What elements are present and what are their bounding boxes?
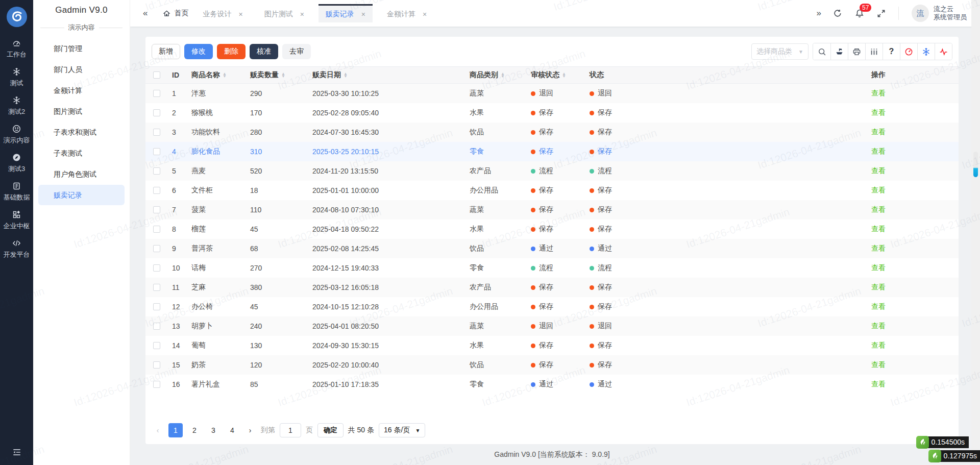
去审-button[interactable]: 去审 xyxy=(282,44,311,59)
rail-item-工作台[interactable]: 工作台 xyxy=(0,38,33,59)
table-row[interactable]: 16薯片礼盒852025-01-10 17:18:35零食通过通过查看 xyxy=(145,375,959,394)
rail-item-开发平台[interactable]: 开发平台 xyxy=(0,238,33,259)
refresh-icon[interactable] xyxy=(833,9,842,18)
view-link[interactable]: 查看 xyxy=(871,205,886,213)
sidebar-item-贩卖记录[interactable]: 贩卖记录 xyxy=(38,185,125,205)
view-link[interactable]: 查看 xyxy=(871,89,886,97)
view-link[interactable]: 查看 xyxy=(871,108,886,116)
page-scrollbar-thumb[interactable] xyxy=(973,152,978,177)
page-button-2[interactable]: 2 xyxy=(187,423,202,437)
goto-page-input[interactable] xyxy=(280,423,301,437)
view-link[interactable]: 查看 xyxy=(871,244,886,252)
row-checkbox[interactable] xyxy=(153,148,160,155)
sort-icon[interactable]: ▲▼ xyxy=(501,72,505,78)
view-link[interactable]: 查看 xyxy=(871,166,886,175)
rail-item-测试[interactable]: 测试 xyxy=(0,67,33,88)
rail-item-基础数据[interactable]: 基础数据 xyxy=(0,181,33,202)
sort-icon[interactable]: ▲▼ xyxy=(344,72,348,78)
核准-button[interactable]: 核准 xyxy=(250,44,278,59)
fullscreen-icon[interactable] xyxy=(877,9,886,18)
row-checkbox[interactable] xyxy=(153,284,160,291)
view-link[interactable]: 查看 xyxy=(871,322,886,330)
view-link[interactable]: 查看 xyxy=(871,128,886,136)
sidebar-item-子表求和测试[interactable]: 子表求和测试 xyxy=(38,122,125,142)
row-checkbox[interactable] xyxy=(153,303,160,310)
table-row[interactable]: 1洋葱2902025-03-30 10:10:25蔬菜退回退回查看 xyxy=(145,84,959,103)
row-checkbox[interactable] xyxy=(153,167,160,175)
rail-item-测试3[interactable]: 测试3 xyxy=(0,153,33,174)
tab-close-icon[interactable]: × xyxy=(423,10,427,18)
rail-item-企业中枢[interactable]: 企业中枢 xyxy=(0,210,33,231)
table-row[interactable]: 12办公椅452024-10-15 12:10:28办公用品保存保存查看 xyxy=(145,297,959,316)
tab-金额计算[interactable]: 金额计算× xyxy=(380,4,434,22)
gauge-icon[interactable] xyxy=(900,43,917,60)
rail-item-演示内容[interactable]: 演示内容 xyxy=(0,124,33,145)
sidebar-item-图片测试[interactable]: 图片测试 xyxy=(38,101,125,121)
user-menu[interactable]: 流 流之云 系统管理员 xyxy=(912,5,967,22)
pulse-icon[interactable] xyxy=(935,43,952,60)
tab-home[interactable]: 首页 xyxy=(163,9,188,18)
export-icon[interactable] xyxy=(830,43,848,60)
page-size-select[interactable]: 16 条/页 ▼ xyxy=(379,423,425,437)
tab-close-icon[interactable]: × xyxy=(238,10,242,18)
rail-item-测试2[interactable]: 测试2 xyxy=(0,95,33,116)
help-icon[interactable]: ? xyxy=(883,43,900,60)
sidebar-item-部门人员[interactable]: 部门人员 xyxy=(38,59,125,80)
row-checkbox[interactable] xyxy=(153,264,160,272)
table-row[interactable]: 6文件柜182025-01-01 10:00:00办公用品保存保存查看 xyxy=(145,181,959,200)
view-link[interactable]: 查看 xyxy=(871,186,886,194)
table-row[interactable]: 11芝麻3802025-03-12 16:05:18农产品保存保存查看 xyxy=(145,278,959,297)
snowflake-icon[interactable] xyxy=(917,43,935,60)
row-checkbox[interactable] xyxy=(153,109,160,116)
table-row[interactable]: 15奶茶1202025-02-20 10:00:40饮品保存保存查看 xyxy=(145,355,959,375)
sort-icon[interactable]: ▲▼ xyxy=(562,72,566,78)
sidebar-collapse-icon[interactable]: « xyxy=(143,8,146,18)
search-icon[interactable] xyxy=(813,43,830,60)
row-checkbox[interactable] xyxy=(153,90,160,97)
row-checkbox[interactable] xyxy=(153,342,160,349)
table-row[interactable]: 9普洱茶682025-02-08 14:25:45饮品通过通过查看 xyxy=(145,239,959,258)
删除-button[interactable]: 删除 xyxy=(217,44,246,59)
page-button-3[interactable]: 3 xyxy=(206,423,220,437)
row-checkbox[interactable] xyxy=(153,361,160,369)
columns-icon[interactable] xyxy=(865,43,883,60)
notifications-bell-icon[interactable]: 57 xyxy=(855,9,864,18)
page-button-1[interactable]: 1 xyxy=(168,423,183,437)
sidebar-expand-icon[interactable]: » xyxy=(817,8,820,18)
row-checkbox[interactable] xyxy=(153,245,160,252)
table-row[interactable]: 13胡萝卜2402025-04-01 08:20:50蔬菜退回退回查看 xyxy=(145,316,959,336)
tab-图片测试[interactable]: 图片测试× xyxy=(257,4,311,22)
sidebar-item-用户角色测试[interactable]: 用户角色测试 xyxy=(38,164,125,184)
sidebar-item-部门管理[interactable]: 部门管理 xyxy=(38,38,125,59)
table-row[interactable]: 3功能饮料2802024-07-30 16:45:30饮品保存保存查看 xyxy=(145,123,959,142)
修改-button[interactable]: 修改 xyxy=(184,44,213,59)
row-checkbox[interactable] xyxy=(153,323,160,330)
table-row[interactable]: 14葡萄1302024-09-30 15:30:15水果保存保存查看 xyxy=(145,336,959,355)
print-icon[interactable] xyxy=(848,43,865,60)
view-link[interactable]: 查看 xyxy=(871,147,886,155)
view-link[interactable]: 查看 xyxy=(871,283,886,291)
table-row[interactable]: 10话梅2702024-12-15 19:40:33零食流程流程查看 xyxy=(145,258,959,278)
row-checkbox[interactable] xyxy=(153,226,160,233)
table-row[interactable]: 7菠菜1102024-08-10 07:30:10蔬菜保存保存查看 xyxy=(145,200,959,219)
tab-业务设计[interactable]: 业务设计× xyxy=(195,4,250,22)
table-row[interactable]: 4膨化食品3102025-03-25 20:10:15零食保存保存查看 xyxy=(145,142,959,161)
select-all-checkbox[interactable] xyxy=(153,71,160,79)
tab-close-icon[interactable]: × xyxy=(300,10,304,18)
app-logo[interactable] xyxy=(7,7,27,27)
table-row[interactable]: 5燕麦5202024-11-20 13:15:50农产品流程流程查看 xyxy=(145,161,959,181)
row-checkbox[interactable] xyxy=(153,206,160,213)
sort-icon[interactable]: ▲▼ xyxy=(223,72,227,78)
row-checkbox[interactable] xyxy=(153,129,160,136)
page-scrollbar-track[interactable] xyxy=(971,0,980,465)
prev-page-button[interactable]: ‹ xyxy=(152,426,164,434)
category-filter-select[interactable]: 选择商品类 ▼ xyxy=(751,43,808,60)
menu-fold-icon[interactable] xyxy=(0,448,33,457)
view-link[interactable]: 查看 xyxy=(871,263,886,272)
row-checkbox[interactable] xyxy=(153,381,160,388)
next-page-button[interactable]: › xyxy=(244,426,256,434)
view-link[interactable]: 查看 xyxy=(871,225,886,233)
tab-贩卖记录[interactable]: 贩卖记录× xyxy=(318,4,373,22)
tab-close-icon[interactable]: × xyxy=(361,10,365,18)
sidebar-item-金额计算[interactable]: 金额计算 xyxy=(38,80,125,101)
